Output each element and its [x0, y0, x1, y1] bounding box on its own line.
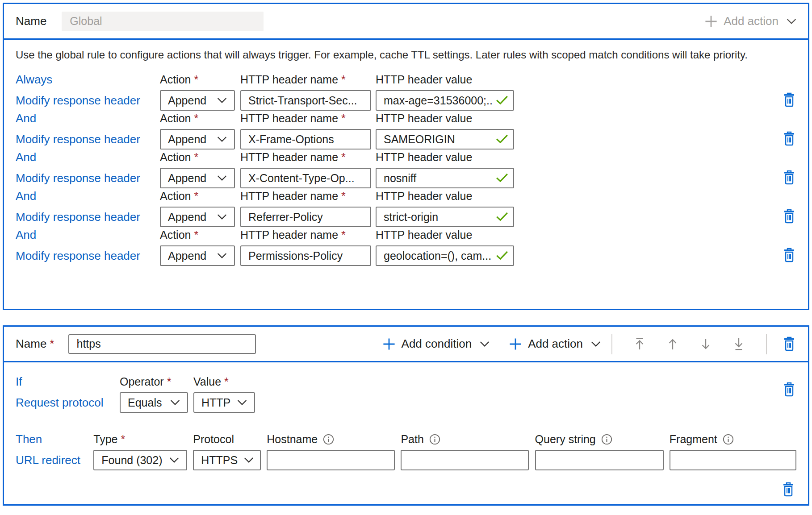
required-marker: *: [341, 111, 346, 126]
action-type-link[interactable]: Modify response header: [16, 132, 160, 147]
move-up-button[interactable]: [667, 337, 678, 351]
info-icon[interactable]: [601, 434, 612, 445]
chevron-down-icon: [217, 253, 227, 259]
hostname-input[interactable]: [267, 450, 395, 470]
hostname-label: Hostname: [267, 432, 395, 447]
rule-name-input[interactable]: [62, 12, 264, 31]
header-name-input[interactable]: [240, 207, 371, 227]
action-select[interactable]: Append: [160, 207, 235, 227]
valid-check-icon: [495, 173, 509, 182]
plus-icon: [705, 15, 717, 28]
header-name-input[interactable]: [240, 245, 371, 266]
keyword-link[interactable]: And: [16, 188, 160, 204]
redirect-type-select[interactable]: Found (302): [93, 450, 187, 470]
required-marker: *: [341, 227, 346, 242]
fragment-input[interactable]: [670, 450, 796, 470]
header-name-label: HTTP header name*: [240, 150, 371, 165]
toolbar-divider: [766, 334, 767, 354]
value-select[interactable]: HTTP: [193, 392, 255, 413]
action-type-link[interactable]: Modify response header: [16, 209, 160, 224]
rule-name-label: Name*: [16, 337, 54, 351]
chevron-down-icon: [787, 18, 796, 25]
keyword-link[interactable]: And: [16, 111, 160, 126]
protocol-select[interactable]: HTTPS: [193, 450, 261, 470]
arrow-to-top-icon: [634, 337, 645, 351]
header-name-input[interactable]: [240, 90, 371, 111]
header-value-input[interactable]: [376, 245, 514, 266]
then-type-link[interactable]: URL redirect: [16, 453, 93, 468]
delete-condition-button[interactable]: [782, 382, 796, 397]
info-icon[interactable]: [323, 434, 334, 445]
action-label: Action*: [160, 72, 235, 87]
required-marker: *: [194, 227, 198, 242]
action-select[interactable]: Append: [160, 129, 235, 150]
action-row: And Modify response header Action* Appen…: [16, 188, 796, 227]
keyword-link[interactable]: If: [16, 374, 120, 389]
chevron-down-icon: [217, 136, 227, 142]
delete-action-button[interactable]: [782, 131, 796, 146]
valid-check-icon: [495, 134, 509, 143]
operator-select[interactable]: Equals: [120, 392, 188, 413]
info-icon[interactable]: [429, 434, 440, 445]
trash-icon: [782, 248, 796, 263]
required-marker: *: [50, 337, 54, 350]
action-type-link[interactable]: Modify response header: [16, 93, 160, 108]
chevron-down-icon: [169, 457, 179, 463]
valid-check-icon: [495, 96, 509, 104]
action-row: Always Modify response header Action* Ap…: [16, 72, 796, 111]
trash-icon: [782, 170, 796, 185]
header-value-label: HTTP header value: [376, 188, 514, 204]
keyword-link[interactable]: And: [16, 150, 160, 165]
delete-action-button[interactable]: [782, 248, 796, 263]
plus-icon: [509, 338, 522, 350]
add-action-button[interactable]: Add action: [509, 337, 601, 351]
header-name-label: HTTP header name*: [240, 188, 371, 204]
delete-rule-button[interactable]: [782, 336, 796, 352]
action-select[interactable]: Append: [160, 90, 235, 111]
chevron-down-icon: [217, 175, 227, 181]
plus-icon: [383, 338, 395, 350]
global-rule-body: Use the global rule to configure actions…: [4, 40, 808, 309]
keyword-link[interactable]: Then: [16, 432, 93, 447]
header-name-input[interactable]: [240, 168, 371, 188]
add-condition-button[interactable]: Add condition: [383, 337, 490, 351]
query-string-input[interactable]: [535, 450, 664, 470]
chevron-down-icon: [170, 399, 180, 406]
delete-action-button[interactable]: [782, 170, 796, 185]
chevron-down-icon: [237, 399, 247, 406]
chevron-down-icon: [480, 341, 490, 347]
move-to-top-button[interactable]: [634, 337, 645, 351]
arrow-to-bottom-icon: [733, 337, 745, 351]
delete-action-button[interactable]: [782, 209, 796, 224]
keyword-link[interactable]: Always: [16, 72, 160, 87]
header-name-label: HTTP header name*: [240, 72, 371, 87]
https-toolbar: Add condition Add action: [383, 334, 796, 354]
header-value-input[interactable]: [376, 129, 514, 150]
action-type-link[interactable]: Modify response header: [16, 170, 160, 186]
rule-name-input[interactable]: [68, 334, 256, 354]
path-input[interactable]: [401, 450, 528, 470]
action-type-link[interactable]: Modify response header: [16, 248, 160, 263]
header-name-input[interactable]: [240, 129, 371, 150]
https-rule-header: Name* Add condition Add action: [4, 327, 808, 362]
delete-then-action-button[interactable]: [781, 482, 795, 497]
delete-action-button[interactable]: [782, 92, 796, 108]
move-down-button[interactable]: [700, 337, 712, 351]
keyword-link[interactable]: And: [16, 227, 160, 242]
info-icon[interactable]: [723, 434, 734, 445]
move-to-bottom-button[interactable]: [733, 337, 745, 351]
header-value-input[interactable]: [376, 168, 514, 188]
arrow-down-icon: [700, 337, 712, 351]
action-select[interactable]: Append: [160, 168, 235, 188]
condition-type-link[interactable]: Request protocol: [16, 395, 120, 410]
action-row: And Modify response header Action* Appen…: [16, 150, 796, 188]
required-marker: *: [194, 72, 198, 87]
trash-icon: [782, 209, 796, 224]
header-value-input[interactable]: [376, 90, 514, 111]
add-action-button[interactable]: Add action: [705, 14, 796, 28]
action-select[interactable]: Append: [160, 245, 235, 266]
action-row: And Modify response header Action* Appen…: [16, 111, 796, 150]
add-action-label: Add action: [724, 14, 779, 28]
header-value-input[interactable]: [376, 207, 514, 227]
required-marker: *: [167, 374, 172, 389]
